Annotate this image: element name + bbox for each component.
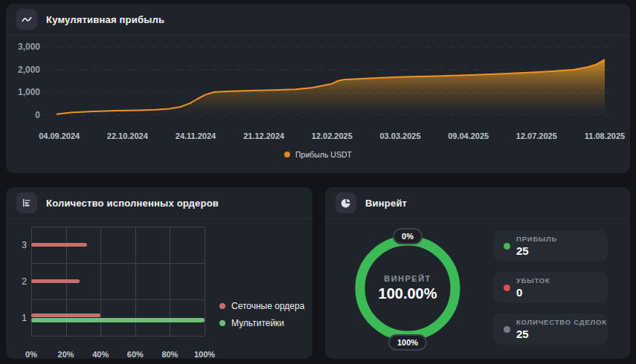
legend-label: Сеточные ордера <box>231 301 304 311</box>
stat-dot <box>504 243 510 250</box>
category-label: 2 <box>9 276 27 287</box>
winrate-donut: ВИНРЕЙТ 100.00% 0% 100% <box>348 229 467 348</box>
orders-bar-chart: 3210%20%40%60%80%100% Сеточные ордера Му… <box>6 218 312 359</box>
legend-label: Прибыль USDT <box>295 150 352 159</box>
stat-dot <box>504 285 510 291</box>
bar-Сеточные ордера[interactable] <box>31 243 87 247</box>
x-tick-label: 03.03.2025 <box>379 131 420 140</box>
stat-label: ПРИБЫЛЬ <box>516 235 557 243</box>
x-tick-label: 04.09.2024 <box>39 131 80 140</box>
x-axis-label: 100% <box>194 350 215 359</box>
legend-item[interactable]: Сеточные ордера <box>219 301 304 311</box>
x-axis-label: 60% <box>127 350 144 359</box>
legend-dot <box>219 303 225 309</box>
area-fill <box>57 59 605 115</box>
bar-chart-legend: Сеточные ордера Мультитейки <box>219 301 304 328</box>
bar-row <box>31 227 205 263</box>
svg-text:2,000: 2,000 <box>18 65 40 75</box>
cumulative-profit-chart: 01,0002,0003,00004.09.202422.10.202424.1… <box>6 36 630 147</box>
bar-row <box>31 263 205 299</box>
stat-card: УБЫТОК 0 <box>493 272 608 303</box>
stat-label: УБЫТОК <box>516 276 550 285</box>
legend-label: Мультитейки <box>231 318 284 328</box>
cumulative-profit-header: Кумулятивная прибыль <box>6 4 630 36</box>
x-tick-label: 11.08.2025 <box>585 131 625 140</box>
winrate-label: ВИНРЕЙТ <box>384 274 431 283</box>
ring-badge-zero: 0% <box>393 228 423 244</box>
chart-legend[interactable]: Прибыль USDT <box>6 150 630 159</box>
stat-card: ПРИБЫЛЬ 25 <box>493 230 608 261</box>
stat-dot <box>504 326 510 333</box>
winrate-stats: ПРИБЫЛЬ 25 УБЫТОК 0 КОЛИЧЕСТВО СДЕЛОК 25 <box>493 230 608 345</box>
x-tick-label: 24.11.2024 <box>176 131 216 140</box>
cumulative-profit-panel: Кумулятивная прибыль 01,0002,0003,00004.… <box>6 4 630 173</box>
stat-value: 25 <box>516 244 557 257</box>
svg-text:3,000: 3,000 <box>18 42 40 52</box>
ring-badge-hundred: 100% <box>388 334 427 351</box>
bar-Мультитейки[interactable] <box>31 318 205 322</box>
grid-line-horizontal <box>31 336 205 337</box>
category-label: 1 <box>9 313 27 323</box>
bar-chart-icon <box>16 192 37 213</box>
bar-plot-area: 3210%20%40%60%80%100% <box>31 227 205 336</box>
bar-Сеточные ордера[interactable] <box>31 279 80 284</box>
winrate-panel: Винрейт ВИНРЕЙТ 100.00% 0% 100% ПРИБЫЛЬ … <box>325 187 630 359</box>
bar-Сеточные ордера[interactable] <box>31 313 100 318</box>
panel-title: Кумулятивная прибыль <box>46 14 164 25</box>
x-tick-label: 12.02.2025 <box>312 131 353 140</box>
stat-value: 25 <box>516 328 599 340</box>
pie-chart-icon <box>335 192 356 213</box>
x-axis-label: 80% <box>161 350 178 359</box>
executed-orders-header: Количество исполненных ордеров <box>6 187 312 219</box>
winrate-value: 100.00% <box>379 285 437 302</box>
legend-item[interactable]: Мультитейки <box>219 318 304 328</box>
x-tick-label: 22.10.2024 <box>107 131 149 140</box>
stat-value: 0 <box>516 286 550 299</box>
bar-row <box>31 299 205 336</box>
x-axis-label: 0% <box>25 350 37 359</box>
stat-label: КОЛИЧЕСТВО СДЕЛОК <box>516 318 599 326</box>
x-tick-label: 12.07.2025 <box>516 131 557 140</box>
category-label: 3 <box>9 240 27 250</box>
x-tick-label: 21.12.2024 <box>243 131 285 140</box>
executed-orders-panel: Количество исполненных ордеров 3210%20%4… <box>6 187 312 359</box>
x-tick-label: 09.04.2025 <box>448 131 489 140</box>
grid-line-vertical <box>205 227 205 336</box>
winrate-header: Винрейт <box>325 187 630 219</box>
x-axis-label: 20% <box>58 350 74 359</box>
stat-card: КОЛИЧЕСТВО СДЕЛОК 25 <box>493 313 608 345</box>
panel-title: Винрейт <box>365 198 407 209</box>
line-chart-icon <box>16 9 37 30</box>
legend-dot <box>284 152 290 157</box>
svg-text:0: 0 <box>35 110 40 120</box>
legend-dot <box>219 320 225 326</box>
donut-center: ВИНРЕЙТ 100.00% <box>348 229 467 348</box>
x-axis-label: 40% <box>92 350 109 359</box>
panel-title: Количество исполненных ордеров <box>46 198 219 209</box>
svg-text:1,000: 1,000 <box>18 87 40 97</box>
